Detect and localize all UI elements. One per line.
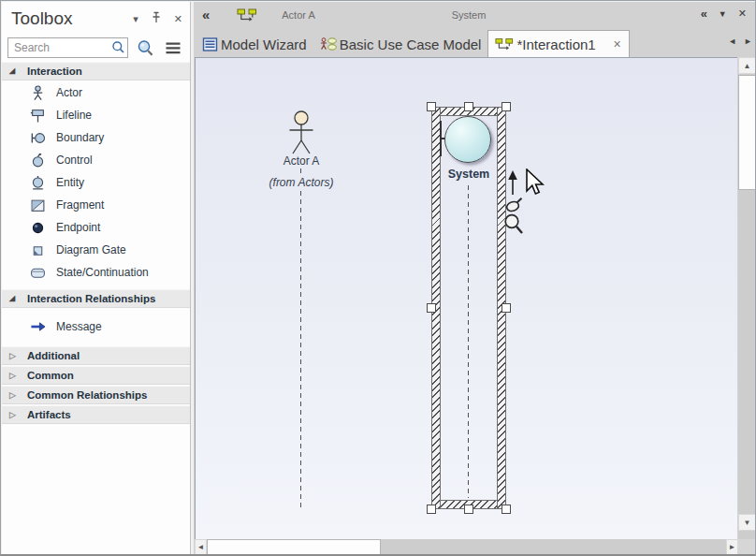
toolbox-search-row (2, 36, 190, 60)
collapse-triangle-icon: ◢ (9, 295, 19, 302)
tab-close-icon[interactable]: × (610, 37, 625, 51)
actor-from-note: (from Actors) (254, 176, 348, 189)
resize-handle-top-left[interactable] (427, 102, 436, 111)
toolbox-item-message[interactable]: Message (2, 315, 190, 339)
item-label: State/Continuation (56, 266, 149, 279)
tab-scroll-left-icon[interactable]: ◄ (728, 37, 736, 46)
vertical-scrollbar[interactable]: ▲ ▼ (738, 57, 756, 540)
application-window: Toolbox ▾ ✕ (0, 0, 756, 556)
tab-label: *Interaction1 (516, 37, 595, 52)
section-label: Interaction Relationships (27, 293, 155, 304)
section-header-additional[interactable]: ▷ Additional (2, 346, 190, 365)
actor-figure[interactable] (278, 110, 325, 155)
close-diagram-icon[interactable]: ✕ (738, 7, 747, 20)
endpoint-icon (30, 220, 46, 236)
use-case-model-icon (320, 37, 337, 51)
expand-triangle-icon: ▷ (9, 391, 19, 400)
expand-triangle-icon: ▷ (9, 352, 19, 360)
vertical-scrollbar-thumb[interactable] (738, 75, 756, 190)
section-label: Common (27, 370, 74, 381)
toolbox-list: ◢ Interaction Actor Lifeline Boundary Co… (2, 62, 190, 554)
toolbox-panel: Toolbox ▾ ✕ (2, 2, 191, 554)
diagram-canvas[interactable]: Actor A (from Actors) S (195, 57, 737, 540)
scroll-up-icon[interactable]: ▲ (738, 57, 756, 74)
tab-label: Basic Use Case Model (340, 37, 482, 52)
tab-model-wizard[interactable]: Model Wizard (196, 31, 313, 57)
actor-lifeline[interactable] (300, 191, 301, 509)
system-lifeline[interactable] (468, 185, 469, 498)
actor-lifeline-dash (300, 168, 301, 176)
scroll-down-icon[interactable]: ▼ (738, 514, 756, 531)
toolbox-item-entity[interactable]: Entity (2, 171, 190, 194)
toolbox-item-state-continuation[interactable]: State/Continuation (2, 261, 190, 284)
section-header-interaction[interactable]: ◢ Interaction (2, 62, 190, 80)
resize-handle-top-right[interactable] (502, 102, 511, 111)
state-continuation-icon (30, 265, 46, 281)
resize-handle-bottom-right[interactable] (502, 505, 511, 514)
actor-name-label: Actor A (264, 154, 339, 168)
item-label: Endpoint (56, 221, 100, 234)
toolbox-item-fragment[interactable]: Fragment (2, 194, 190, 216)
mouse-cursor-icon (525, 168, 545, 197)
interaction-diagram-icon (495, 37, 514, 51)
tab-scroll-right-icon[interactable]: ► (744, 37, 752, 46)
horizontal-scrollbar-thumb[interactable] (207, 539, 381, 555)
fragment-icon (30, 198, 46, 213)
scrollbar-corner (738, 539, 756, 555)
system-name-label: System (431, 168, 506, 181)
search-icon (111, 40, 125, 58)
item-label: Boundary (56, 131, 104, 144)
collapse-left-icon[interactable]: « (202, 7, 210, 22)
actor-icon (30, 85, 46, 101)
item-label: Fragment (56, 198, 104, 212)
section-header-common-relationships[interactable]: ▷ Common Relationships (2, 386, 190, 404)
advanced-search-icon[interactable] (134, 37, 156, 58)
header-lifeline-label-actor: Actor A (261, 9, 336, 21)
toolbox-item-endpoint[interactable]: Endpoint (2, 216, 190, 239)
item-label: Actor (56, 86, 82, 99)
section-header-common[interactable]: ▷ Common (2, 366, 190, 385)
hamburger-menu-icon[interactable] (162, 37, 184, 58)
quick-edit-icon[interactable] (504, 197, 525, 213)
tab-interaction1-active[interactable]: *Interaction1 × (487, 30, 629, 57)
toolbox-item-actor[interactable]: Actor (2, 81, 190, 104)
toolbox-menu-dropdown-icon[interactable]: ▾ (133, 13, 138, 25)
toolbox-item-diagram-gate[interactable]: Diagram Gate (2, 239, 190, 261)
up-arrow-icon[interactable] (506, 170, 519, 197)
search-input[interactable] (7, 37, 128, 58)
toolbox-item-boundary[interactable]: Boundary (2, 126, 190, 149)
diagram-header-bar: « Actor A System « ▼ ✕ (194, 2, 756, 29)
tab-basic-use-case-model[interactable]: Basic Use Case Model (313, 31, 488, 57)
diagram-workspace: « Actor A System « ▼ ✕ Model Wizard Basi… (194, 2, 756, 555)
boundary-icon (30, 130, 46, 146)
tab-list-dropdown-icon[interactable]: ▼ (719, 9, 727, 19)
item-label: Diagram Gate (56, 243, 126, 256)
item-label: Control (56, 154, 93, 167)
magnifier-icon[interactable] (503, 213, 524, 236)
collapse-right-icon[interactable]: « (701, 7, 707, 21)
resize-handle-mid-left[interactable] (427, 303, 436, 313)
section-header-interaction-relationships[interactable]: ◢ Interaction Relationships (2, 289, 190, 308)
model-wizard-icon (202, 37, 218, 52)
section-label: Interaction (27, 66, 82, 77)
resize-handle-bottom-left[interactable] (427, 505, 436, 514)
scroll-right-icon[interactable]: ► (726, 539, 738, 555)
scroll-left-icon[interactable]: ◄ (195, 539, 207, 555)
pin-icon[interactable] (151, 10, 162, 27)
resize-handle-top-mid[interactable] (464, 102, 473, 111)
resize-handle-mid-right[interactable] (502, 303, 511, 313)
entity-icon (30, 175, 46, 191)
toolbox-titlebar: Toolbox ▾ ✕ (2, 2, 190, 36)
lifeline-icon (30, 108, 46, 124)
close-icon[interactable]: ✕ (174, 13, 182, 25)
expand-triangle-icon: ▷ (9, 411, 19, 419)
toolbox-item-lifeline[interactable]: Lifeline (2, 104, 190, 126)
section-header-artifacts[interactable]: ▷ Artifacts (2, 405, 190, 424)
resize-handle-bottom-mid[interactable] (464, 505, 473, 514)
item-label: Entity (56, 176, 84, 189)
system-boundary-circle[interactable] (444, 116, 491, 163)
section-label: Additional (27, 350, 80, 361)
horizontal-scrollbar[interactable]: ◄ ► (195, 539, 738, 555)
toolbox-item-control[interactable]: Control (2, 149, 190, 171)
item-label: Lifeline (56, 109, 92, 122)
